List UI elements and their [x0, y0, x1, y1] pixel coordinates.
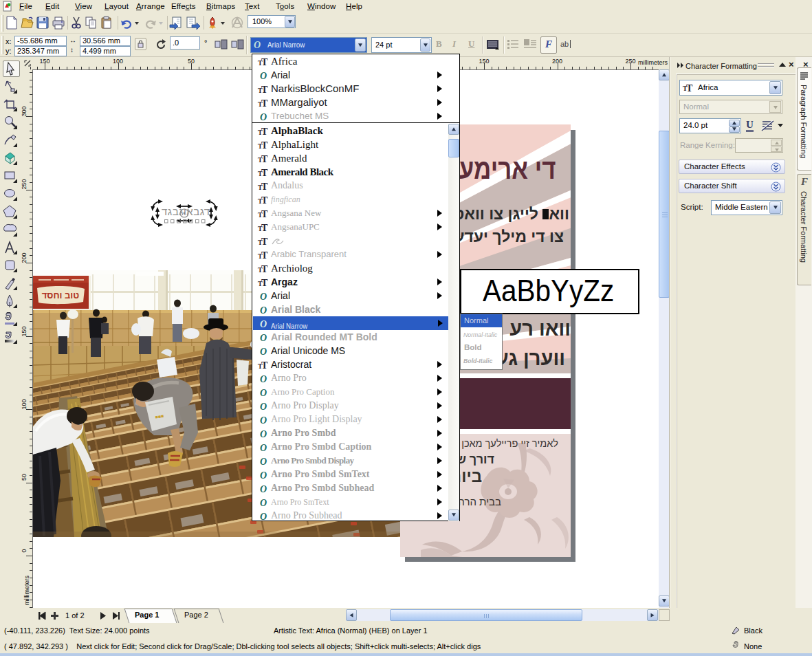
svg-text:טוב וחסד: טוב וחסד [42, 290, 80, 300]
